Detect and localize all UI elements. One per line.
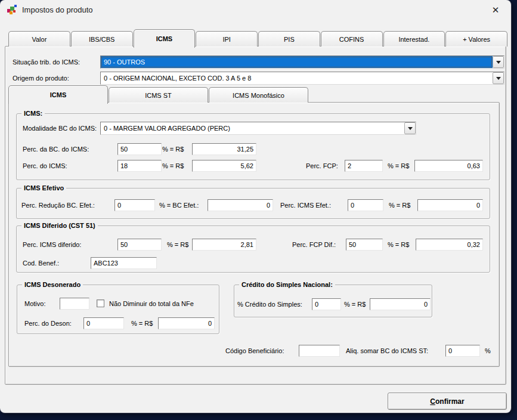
close-icon[interactable]: ✕	[490, 4, 501, 16]
origem-produto-label: Origem do produto:	[13, 72, 69, 84]
icms-diferido-legend: ICMS Diferido (CST 51)	[21, 221, 98, 230]
perc-icms-label: Perc. do ICMS:	[23, 160, 67, 172]
confirmar-label-rest: onfirmar	[435, 397, 465, 406]
perc-bc-result-field[interactable]	[192, 143, 256, 155]
aliq-somar-bc-label: Aliq. somar BC do ICMS ST:	[346, 345, 428, 357]
motivo-label: Motivo:	[24, 298, 45, 310]
situacao-trib-label: Situação trib. do ICMS:	[13, 56, 80, 68]
tab-cofins[interactable]: COFINS	[321, 31, 383, 47]
credito-equals-label: % = R$	[344, 298, 366, 310]
bc-efet-equals-label: % = BC Efet.:	[159, 199, 199, 211]
perc-reducao-bc-efet-input[interactable]	[114, 199, 155, 211]
subtab-icms-monofasico[interactable]: ICMS Monofásico	[209, 87, 308, 103]
perc-icms-result-field[interactable]	[192, 160, 256, 172]
perc-reducao-bc-efet-label: Perc. Redução BC. Efet.:	[21, 199, 95, 211]
icms-efet-equals-label: % = R$	[389, 199, 410, 211]
credito-simples-label: % Crédito do Simples:	[237, 298, 302, 310]
tab-mais-valores[interactable]: + Valores	[445, 31, 507, 47]
perc-fcp-dif-label: Perc. FCP Dif.:	[292, 239, 336, 251]
perc-icms-efet-input[interactable]	[348, 199, 383, 211]
perc-fcp-label: Perc. FCP:	[306, 160, 338, 172]
perc-deson-input[interactable]	[83, 317, 124, 329]
tab-ibs-cbs[interactable]: IBS/CBS	[71, 31, 133, 47]
perc-fcp-input[interactable]	[345, 160, 383, 172]
motivo-input[interactable]	[60, 298, 89, 310]
icms-desonerado-legend: ICMS Desonerado	[22, 280, 83, 289]
situacao-trib-select[interactable]: 90 - OUTROS	[100, 55, 504, 69]
subtab-icms[interactable]: ICMS	[8, 85, 108, 104]
diferido-equals-label: % = R$	[167, 239, 188, 251]
diferido-result-field[interactable]	[192, 239, 256, 251]
tab-icms[interactable]: ICMS	[134, 29, 196, 48]
chevron-down-icon	[408, 127, 413, 132]
perc-deson-label: Perc. do Deson:	[24, 317, 72, 329]
app-icon	[7, 5, 17, 16]
perc-fcp-equals-label: % = R$	[388, 160, 409, 172]
icms-sub-tabstrip: ICMS ICMS ST ICMS Monofásico	[8, 87, 309, 103]
modalidade-bc-select[interactable]: 0 - MARGEM VALOR AGREGADO (PERC)	[100, 122, 416, 135]
tab-interestad[interactable]: Interestad.	[383, 31, 445, 47]
fcp-dif-result-field[interactable]	[416, 239, 483, 251]
dialog-impostos-do-produto: Impostos do produto ✕ Valor IBS/CBS ICMS…	[0, 0, 511, 413]
bc-efet-result-field[interactable]	[208, 199, 273, 211]
origem-produto-selected-value: 0 - ORIGEM NACIONAL, EXCETO COD. 3 A 5 e…	[101, 72, 493, 84]
nao-diminuir-checkbox-label[interactable]: Não Diminuir do total da NFe	[109, 298, 194, 310]
deson-equals-label: % = R$	[131, 317, 153, 329]
situacao-trib-selected-value: 90 - OUTROS	[101, 56, 493, 68]
chevron-down-icon	[496, 77, 501, 82]
codigo-beneficiario-input[interactable]	[299, 345, 340, 357]
titlebar: Impostos do produto ✕	[0, 0, 511, 20]
cod-benef-input[interactable]	[91, 257, 157, 269]
window-title: Impostos do produto	[22, 0, 93, 20]
aliq-percent-suffix: %	[485, 345, 491, 357]
credito-simples-legend: Crédito do Simples Nacional:	[239, 280, 335, 289]
main-tabstrip: Valor IBS/CBS ICMS IPI PIS COFINS Intere…	[8, 31, 508, 47]
perc-bc-icms-input[interactable]	[117, 143, 162, 155]
aliq-somar-bc-input[interactable]	[445, 345, 480, 357]
credito-simples-input[interactable]	[312, 298, 341, 310]
icms-efet-result-field[interactable]	[417, 199, 483, 211]
tab-pis[interactable]: PIS	[258, 31, 320, 47]
situacao-dropdown-button[interactable]	[493, 56, 504, 68]
perc-fcp-result-field[interactable]	[414, 160, 483, 172]
cod-benef-label: Cod. Benef.:	[23, 257, 59, 269]
perc-icms-input[interactable]	[117, 160, 162, 172]
perc-bc-equals-label: % = R$	[162, 143, 184, 155]
perc-icms-efet-label: Perc. ICMS Efet.:	[280, 199, 331, 211]
icms-group-legend: ICMS:	[21, 109, 45, 118]
tab-ipi[interactable]: IPI	[196, 31, 258, 47]
perc-icms-diferido-label: Perc. ICMS diferido:	[23, 239, 81, 251]
codigo-beneficiario-label: Código Beneficiário:	[225, 345, 284, 357]
fcp-dif-equals-label: % = R$	[388, 239, 409, 251]
perc-fcp-dif-input[interactable]	[346, 239, 383, 251]
modalidade-bc-label: Modalidade BC do ICMS:	[23, 122, 97, 134]
confirmar-button[interactable]: Confirmar	[388, 393, 507, 410]
deson-result-field[interactable]	[158, 317, 215, 329]
icms-efetivo-legend: ICMS Efetivo	[21, 184, 66, 193]
perc-bc-icms-label: Perc. da BC. do ICMS:	[23, 143, 89, 155]
subtab-icms-st[interactable]: ICMS ST	[109, 87, 208, 103]
confirmar-accelerator: C	[430, 397, 435, 406]
origem-produto-select[interactable]: 0 - ORIGEM NACIONAL, EXCETO COD. 3 A 5 e…	[100, 72, 504, 85]
modalidade-dropdown-button[interactable]	[404, 122, 416, 134]
tab-valor[interactable]: Valor	[8, 31, 70, 47]
chevron-down-icon	[496, 61, 501, 66]
perc-icms-diferido-input[interactable]	[117, 239, 162, 251]
modalidade-bc-selected-value: 0 - MARGEM VALOR AGREGADO (PERC)	[101, 122, 404, 134]
perc-icms-equals-label: % = R$	[162, 160, 184, 172]
origem-dropdown-button[interactable]	[493, 72, 504, 84]
credito-result-field[interactable]	[370, 298, 431, 310]
nao-diminuir-checkbox[interactable]	[97, 299, 104, 307]
